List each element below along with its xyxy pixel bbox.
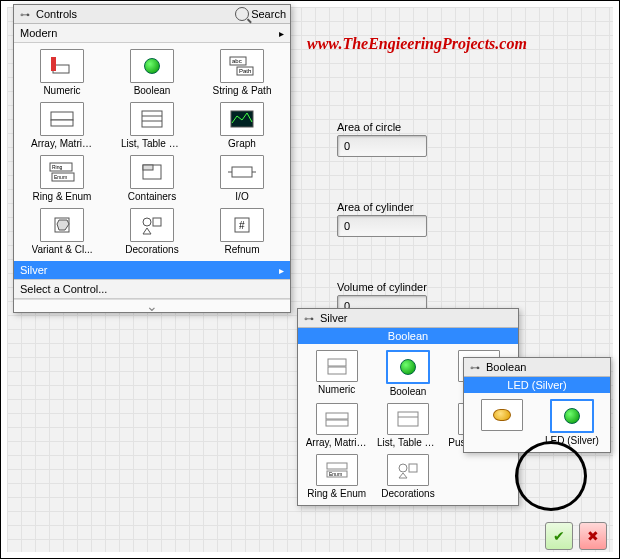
menu-item-label: Select a Control... [20,283,107,295]
indicator-label: Area of cylinder [337,201,427,213]
palette-title: Silver [320,312,348,324]
svg-rect-8 [142,111,162,127]
pin-icon[interactable]: ⊶ [18,7,32,21]
item-label: Decorations [381,488,434,499]
palette-search[interactable]: Search [235,7,286,21]
item-decorations[interactable]: Decorations [108,206,196,257]
indicator-value-box[interactable]: 0 [337,215,427,237]
item-boolean[interactable]: Boolean [373,348,442,399]
chevron-right-icon: ▸ [279,28,284,39]
svg-rect-24 [153,218,161,226]
svg-rect-6 [51,112,73,120]
cancel-button[interactable]: ✖ [579,522,607,550]
svg-rect-17 [143,165,153,170]
item-label: List, Table & ... [377,437,439,448]
category-label: Modern [20,27,57,39]
item-list-table[interactable]: List, Table & ... [373,401,442,450]
expand-chevron-icon[interactable]: ⌄ [14,299,290,312]
item-label: String & Path [213,85,272,96]
svg-rect-30 [326,413,348,419]
item-led-silver[interactable]: LED (Silver) [538,397,606,448]
svg-point-23 [143,218,151,226]
item-label: Numeric [318,384,355,395]
controls-palette[interactable]: ⊶ Controls Search Modern ▸ Numeric Boole… [13,4,291,313]
select-a-control[interactable]: Select a Control... [14,280,290,299]
item-label: Variant & Cl... [32,244,93,255]
svg-rect-31 [326,420,348,426]
item-label: LED (Silver) [545,435,599,446]
item-numeric[interactable]: Numeric [302,348,371,399]
item-decorations[interactable]: Decorations [373,452,442,501]
item-refnum[interactable]: #Refnum [198,206,286,257]
chevron-right-icon: ▸ [279,265,284,276]
svg-rect-38 [409,464,417,472]
palette-titlebar[interactable]: ⊶ Silver [298,309,518,328]
svg-rect-1 [51,57,56,71]
item-label: Containers [128,191,176,202]
indicator-label: Area of circle [337,121,427,133]
item-string-path[interactable]: abcPathString & Path [198,47,286,98]
indicator-value: 0 [344,140,350,152]
category-modern[interactable]: Modern ▸ [14,24,290,43]
item-array-matrix[interactable]: Array, Matrix... [302,401,371,450]
item-array-matrix[interactable]: Array, Matrix... [18,100,106,151]
svg-text:abc: abc [232,58,242,64]
boolean-icon-grid: LED (Silver) [464,393,610,452]
pin-icon[interactable]: ⊶ [302,311,316,325]
svg-text:Ring: Ring [52,164,63,170]
search-label: Search [251,8,286,20]
palette-titlebar[interactable]: ⊶ Boolean [464,358,610,377]
category-bar-led-silver: LED (Silver) [464,377,610,393]
item-list-table[interactable]: List, Table & ... [108,100,196,151]
svg-point-37 [399,464,407,472]
svg-rect-34 [327,463,347,469]
item-push-button-silver[interactable] [468,397,536,448]
item-graph[interactable]: Graph [198,100,286,151]
item-variant-class[interactable]: Variant & Cl... [18,206,106,257]
svg-rect-18 [232,167,252,177]
item-label: Boolean [390,386,427,397]
svg-text:Path: Path [239,68,251,74]
search-icon [235,7,249,21]
controls-icon-grid: Numeric Boolean abcPathString & Path Arr… [14,43,290,261]
item-label: Numeric [43,85,80,96]
item-boolean[interactable]: Boolean [108,47,196,98]
item-label: Refnum [224,244,259,255]
svg-marker-25 [143,228,151,234]
item-containers[interactable]: Containers [108,153,196,204]
palette-action-buttons: ✔ ✖ [545,522,607,550]
category-bar-boolean: Boolean [298,328,518,344]
item-label: Decorations [125,244,178,255]
palette-title: Boolean [486,361,526,373]
indicator-area-of-circle: Area of circle 0 [337,121,427,157]
palette-titlebar[interactable]: ⊶ Controls Search [14,5,290,24]
boolean-palette[interactable]: ⊶ Boolean LED (Silver) LED (Silver) [463,357,611,453]
item-numeric[interactable]: Numeric [18,47,106,98]
item-ring-enum[interactable]: EnumRing & Enum [302,452,371,501]
svg-text:Enum: Enum [329,471,342,477]
svg-rect-29 [328,367,346,374]
item-label: Array, Matrix... [31,138,93,149]
svg-text:Enum: Enum [54,174,67,180]
item-ring-enum[interactable]: RingEnumRing & Enum [18,153,106,204]
indicator-value-box[interactable]: 0 [337,135,427,157]
indicator-area-of-cylinder: Area of cylinder 0 [337,201,427,237]
item-label: Graph [228,138,256,149]
item-label: Boolean [134,85,171,96]
item-io[interactable]: I/O [198,153,286,204]
category-label: Silver [20,264,48,276]
item-label: Ring & Enum [307,488,366,499]
svg-rect-7 [51,120,73,126]
category-silver[interactable]: Silver ▸ [14,261,290,280]
palette-title: Controls [36,8,77,20]
watermark-text: www.TheEngieeringProjects.com [307,35,527,53]
confirm-button[interactable]: ✔ [545,522,573,550]
indicator-label: Volume of cylinder [337,281,427,293]
svg-marker-39 [399,473,407,478]
item-label: I/O [235,191,248,202]
item-label: Ring & Enum [33,191,92,202]
pin-icon[interactable]: ⊶ [468,360,482,374]
svg-text:#: # [239,220,245,231]
svg-rect-32 [398,412,418,426]
item-label: Array, Matrix... [306,437,368,448]
